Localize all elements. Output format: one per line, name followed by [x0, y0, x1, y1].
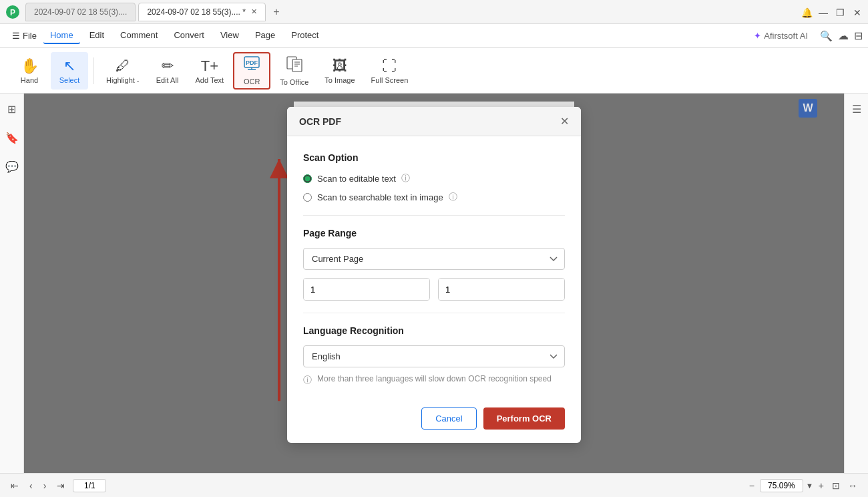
full-screen-tool[interactable]: ⛶ Full Screen — [365, 52, 415, 90]
menu-bar: ☰ File Home Edit Comment Convert View Pa… — [0, 24, 868, 48]
range-from-down[interactable]: ▼ — [429, 289, 430, 300]
add-text-icon: T+ — [201, 57, 218, 75]
perform-ocr-button[interactable]: Perform OCR — [483, 407, 565, 430]
range-from-spinners: ▲ ▼ — [429, 279, 430, 300]
cursor-icon: ↖ — [63, 57, 75, 75]
prev-page-button[interactable]: ‹ — [27, 479, 35, 492]
ocr-modal: OCR PDF ✕ Scan Option Scan to editable t… — [287, 107, 581, 443]
fit-width-button[interactable]: ↔ — [845, 479, 860, 492]
svg-text:P: P — [10, 8, 15, 17]
hand-tool[interactable]: ✋ Hand — [11, 52, 48, 90]
menu-protect[interactable]: Protect — [284, 27, 325, 44]
modal-body: Scan Option Scan to editable text ⓘ Scan… — [287, 136, 581, 399]
ocr-tool[interactable]: PDF OCR — [233, 52, 270, 90]
right-panel-icon[interactable]: ☰ — [848, 99, 865, 120]
menu-home[interactable]: Home — [43, 27, 80, 44]
hamburger-icon: ☰ — [12, 31, 20, 41]
zoom-input[interactable] — [760, 479, 803, 492]
language-dropdown[interactable]: English French German Chinese Japanese — [303, 345, 565, 367]
bottom-bar: ⇤ ‹ › ⇥ − ▼ + ⊡ ↔ — [0, 473, 868, 497]
add-text-tool[interactable]: T+ Add Text — [189, 52, 231, 90]
select-tool[interactable]: ↖ Select — [51, 52, 88, 90]
cancel-button[interactable]: Cancel — [421, 407, 476, 430]
to-office-tool[interactable]: To Office — [273, 52, 315, 90]
scan-option-title: Scan Option — [303, 152, 565, 163]
highlight-tool[interactable]: 🖊 Highlight - — [99, 52, 146, 90]
next-page-button[interactable]: › — [41, 479, 49, 492]
range-to-spinners: ▲ ▼ — [564, 279, 565, 300]
hint-row: ⓘ More than three languages will slow do… — [303, 374, 565, 386]
go-to-first-page-button[interactable]: ⇤ — [8, 479, 21, 492]
info-icon-3: ⓘ — [303, 374, 312, 386]
menu-right: ✦ Afirstsoft AI 🔍 ☁ ⊟ — [747, 28, 863, 43]
close-button[interactable]: ✕ — [853, 7, 863, 17]
page-range-dropdown[interactable]: Current Page All Pages Custom Range — [303, 248, 565, 270]
range-to-wrap: ▲ ▼ — [438, 278, 565, 301]
divider-1 — [303, 215, 565, 216]
menu-view[interactable]: View — [214, 27, 246, 44]
scan-option-1: Scan to editable text ⓘ — [303, 172, 565, 184]
highlight-icon: 🖊 — [116, 57, 130, 75]
tab-close-icon[interactable]: ✕ — [251, 7, 257, 16]
range-from-input[interactable] — [304, 279, 429, 300]
window-controls: 🔔 — ❐ ✕ — [801, 7, 863, 17]
title-bar: P 2024-09-07 02 18 55(3).... 2024-09-07 … — [0, 0, 868, 24]
fit-page-button[interactable]: ⊡ — [829, 479, 843, 492]
range-to-up[interactable]: ▲ — [564, 279, 565, 289]
bell-icon[interactable]: 🔔 — [801, 7, 811, 17]
scan-option-2: Scan to searchable text in image ⓘ — [303, 191, 565, 203]
divider-2 — [303, 313, 565, 313]
maximize-button[interactable]: ❐ — [836, 7, 845, 17]
separator-1 — [93, 57, 94, 84]
tab-1[interactable]: 2024-09-07 02 18 55(3).... — [25, 3, 136, 21]
to-office-icon — [286, 55, 303, 77]
toolbar: ✋ Hand ↖ Select 🖊 Highlight - ✏ Edit All… — [0, 48, 868, 94]
info-icon-1[interactable]: ⓘ — [401, 172, 410, 184]
go-to-last-page-button[interactable]: ⇥ — [54, 479, 67, 492]
new-tab-button[interactable]: + — [268, 4, 284, 20]
ai-button[interactable]: ✦ Afirstsoft AI — [747, 28, 815, 43]
minimize-button[interactable]: — — [819, 7, 828, 17]
scan-editable-radio[interactable] — [303, 174, 312, 183]
app-logo: P — [5, 5, 20, 19]
bookmark-icon[interactable]: 🔖 — [1, 128, 23, 148]
edit-icon: ✏ — [162, 57, 174, 75]
menu-comment[interactable]: Comment — [114, 27, 164, 44]
search-button[interactable]: 🔍 — [820, 30, 833, 42]
ocr-icon: PDF — [243, 55, 260, 76]
page-input[interactable] — [73, 479, 106, 492]
info-icon-2[interactable]: ⓘ — [449, 191, 457, 203]
range-to-input[interactable] — [439, 279, 564, 300]
modal-overlay: OCR PDF ✕ Scan Option Scan to editable t… — [24, 94, 844, 473]
menu-page[interactable]: Page — [248, 27, 282, 44]
comment-sidebar-icon[interactable]: 💬 — [1, 156, 23, 177]
page-range-inputs: ▲ ▼ ▲ ▼ — [303, 278, 565, 301]
content-area: From Wikibooks Page content area 2 W OCR… — [24, 94, 844, 473]
modal-close-button[interactable]: ✕ — [560, 115, 569, 128]
modal-footer: Cancel Perform OCR — [287, 399, 581, 443]
right-sidebar: ☰ — [844, 94, 868, 473]
range-from-wrap: ▲ ▼ — [303, 278, 430, 301]
zoom-dropdown-icon[interactable]: ▼ — [806, 482, 813, 490]
cloud-icon[interactable]: ☁ — [838, 29, 849, 42]
range-to-down[interactable]: ▼ — [564, 289, 565, 300]
svg-text:PDF: PDF — [246, 59, 258, 66]
left-sidebar: ⊞ 🔖 💬 — [0, 94, 24, 473]
menu-items: Home Edit Comment Convert View Page Prot… — [43, 27, 747, 44]
panel-toggle-icon[interactable]: ⊟ — [854, 29, 863, 42]
thumbnail-icon[interactable]: ⊞ — [3, 99, 20, 120]
to-image-tool[interactable]: 🖼 To Image — [318, 52, 361, 90]
range-from-up[interactable]: ▲ — [429, 279, 430, 289]
zoom-in-button[interactable]: + — [816, 479, 827, 492]
menu-convert[interactable]: Convert — [167, 27, 211, 44]
main-area: ⊞ 🔖 💬 From Wikibooks Page content area 2 — [0, 94, 868, 473]
scan-searchable-radio[interactable] — [303, 193, 312, 202]
zoom-out-button[interactable]: − — [746, 479, 757, 492]
hand-icon: ✋ — [21, 57, 39, 75]
tab-2[interactable]: 2024-09-07 02 18 55(3).... * ✕ — [138, 3, 265, 21]
to-image-icon: 🖼 — [333, 57, 347, 75]
menu-edit[interactable]: Edit — [83, 27, 111, 44]
language-title: Language Recognition — [303, 325, 565, 336]
edit-all-tool[interactable]: ✏ Edit All — [149, 52, 186, 90]
file-menu[interactable]: ☰ File — [5, 28, 43, 43]
